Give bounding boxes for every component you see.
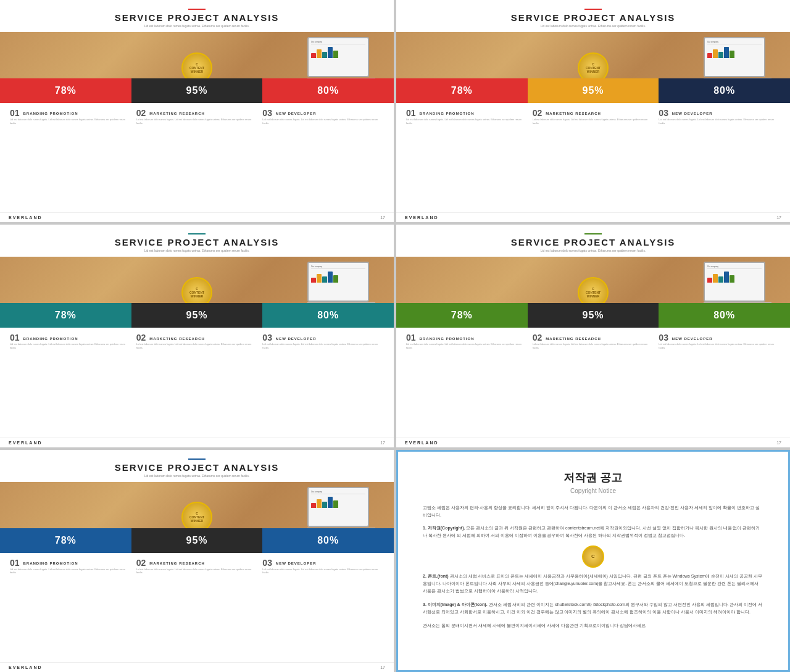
copyright-title: 저작권 공고 xyxy=(563,470,622,485)
bar5 xyxy=(333,51,338,58)
stat-box-1b: 95% xyxy=(131,78,263,103)
wood-bg-2: Our company CCONTENTWINNER xyxy=(396,32,790,103)
laptop-screen-2: Our company xyxy=(704,37,765,77)
accent-line-3 xyxy=(188,233,206,234)
page-3: 17 xyxy=(380,441,385,445)
bar1 xyxy=(707,278,712,283)
slide-3-title: SERVICE PROJECT ANALYSIS xyxy=(0,237,394,247)
stat-box-3c: 80% xyxy=(262,303,394,328)
slide-2-subtitle: Lid est laborum dolo rumes fugats untras… xyxy=(396,24,790,28)
info-num-4a: 01 BRANDING PROMOTION xyxy=(406,333,528,342)
copyright-badge: C xyxy=(582,545,604,568)
info-num-4c: 03 NEW DEVELOPER xyxy=(659,333,780,342)
bar5 xyxy=(730,275,734,283)
slide-4-title: SERVICE PROJECT ANALYSIS xyxy=(396,237,790,247)
slide-1-subtitle: Lid est laborum dolo rumes fugats untras… xyxy=(0,24,394,28)
info-text-4a: Lid est laborum dolo rumes fugats. Lid e… xyxy=(406,342,528,349)
slide-3-subtitle: Lid est laborum dolo rumes fugats untras… xyxy=(0,249,394,253)
screen-bars-5 xyxy=(311,496,365,508)
slide-4: SERVICE PROJECT ANALYSIS Lid est laborum… xyxy=(396,225,790,447)
info-item-1a: 01 BRANDING PROMOTION Lid est laborum do… xyxy=(10,108,131,125)
bar3 xyxy=(322,502,327,508)
info-num-3c: 03 NEW DEVELOPER xyxy=(262,333,384,342)
slide-5: SERVICE PROJECT ANALYSIS Lid est laborum… xyxy=(0,450,394,672)
stat-box-2c: 80% xyxy=(659,78,790,103)
info-text-4c: Lid est laborum dolo rumes fugats. Lid e… xyxy=(659,342,780,349)
copyright-s1-text: 모든 관서소의 글과 퀴 서작원은 관련하고 관련하여 contentstrea… xyxy=(423,526,760,537)
slide-1-header: SERVICE PROJECT ANALYSIS Lid est laborum… xyxy=(0,0,394,32)
info-item-4b: 02 MARKETING RESEARCH Lid est laborum do… xyxy=(533,333,654,349)
bar4 xyxy=(724,272,729,283)
info-num-2a: 01 BRANDING PROMOTION xyxy=(406,108,528,118)
bar1 xyxy=(311,503,316,508)
slide-2: SERVICE PROJECT ANALYSIS Lid est laborum… xyxy=(396,0,790,222)
laptop-screen-3: Our company xyxy=(307,262,369,302)
screen-title-4: Our company xyxy=(707,265,762,269)
screen-title-1: Our company xyxy=(311,41,365,44)
slide-4-subtitle: Lid est laborum dolo rumes fugats untras… xyxy=(396,249,790,253)
page-1: 17 xyxy=(380,215,385,220)
page-4: 17 xyxy=(776,441,781,445)
stat-box-5c: 80% xyxy=(262,528,394,553)
slide-3-photo: Our company CCONTENTWINNER xyxy=(0,257,394,328)
bar3 xyxy=(322,276,327,283)
info-text-5c: Lid est laborum dolo rumes fugats. Lid e… xyxy=(262,568,384,575)
info-text-3c: Lid est laborum dolo rumes fugats. Lid e… xyxy=(262,342,384,349)
info-num-1a: 01 BRANDING PROMOTION xyxy=(10,108,131,118)
brand-5: EVERLAND xyxy=(9,665,43,670)
info-item-1b: 02 MARKETING RESEARCH Lid est laborum do… xyxy=(136,108,258,125)
page-5: 17 xyxy=(380,665,385,670)
bar4 xyxy=(328,497,333,508)
info-num-2c: 03 NEW DEVELOPER xyxy=(659,108,780,118)
info-item-3b: 02 MARKETING RESEARCH Lid est laborum do… xyxy=(136,333,258,349)
screen-bars-3 xyxy=(311,270,365,283)
info-num-3a: 01 BRANDING PROMOTION xyxy=(10,333,131,342)
copyright-section-3: 3. 이미지(Image) & 아이콘(Icon). 관서소 세럼 서비의 관련… xyxy=(423,601,763,616)
slide-2-footer: EVERLAND 17 xyxy=(396,212,790,222)
bar3 xyxy=(322,52,327,58)
screen-content-1: Our company xyxy=(309,38,368,76)
stat-box-2a: 78% xyxy=(396,78,528,103)
info-num-5a: 01 BRANDING PROMOTION xyxy=(10,558,131,568)
screen-bars-4 xyxy=(707,270,762,283)
copyright-subtitle: Copyright Notice xyxy=(570,487,616,494)
bar4 xyxy=(328,47,333,58)
slide-copyright: 저작권 공고 Copyright Notice 고맙소 세럼은 사용자의 편의∙… xyxy=(396,450,790,672)
screen-bars-2 xyxy=(707,46,762,58)
stat-box-1c: 80% xyxy=(262,78,394,103)
info-num-5b: 02 MARKETING RESEARCH xyxy=(136,558,258,568)
copyright-s3-title: 3. 이미지(Image) & 아이콘(Icon). xyxy=(423,602,488,607)
stat-box-5a: 78% xyxy=(0,528,131,553)
accent-line-5 xyxy=(188,458,206,460)
bar3 xyxy=(718,52,723,58)
slide-2-photo: Our company CCONTENTWINNER xyxy=(396,32,790,103)
laptop-screen-5: Our company xyxy=(307,487,369,527)
bar4 xyxy=(724,47,729,58)
page-2: 17 xyxy=(776,215,781,220)
info-item-5b: 02 MARKETING RESEARCH Lid est laborum do… xyxy=(136,558,258,575)
slide-1-title: SERVICE PROJECT ANALYSIS xyxy=(0,12,394,23)
bar2 xyxy=(317,274,322,283)
info-num-2b: 02 MARKETING RESEARCH xyxy=(533,108,654,118)
screen-content-3: Our company xyxy=(309,263,368,301)
brand-2: EVERLAND xyxy=(405,215,439,220)
brand-3: EVERLAND xyxy=(9,441,43,445)
bar5 xyxy=(333,275,338,283)
stat-box-1a: 78% xyxy=(0,78,131,103)
stat-boxes-2: 78% 95% 80% xyxy=(396,78,790,103)
stat-box-4b: 95% xyxy=(528,303,659,328)
bar1 xyxy=(707,53,712,58)
screen-content-5: Our company xyxy=(309,488,368,526)
info-item-2a: 01 BRANDING PROMOTION Lid est laborum do… xyxy=(406,108,528,125)
stat-box-5b: 95% xyxy=(131,528,263,553)
slide-4-header: SERVICE PROJECT ANALYSIS Lid est laborum… xyxy=(396,225,790,257)
info-section-3: 01 BRANDING PROMOTION Lid est laborum do… xyxy=(0,328,394,352)
slide-1: SERVICE PROJECT ANALYSIS Lid est laborum… xyxy=(0,0,394,222)
info-text-3a: Lid est laborum dolo rumes fugats. Lid e… xyxy=(10,342,131,349)
slide-4-footer: EVERLAND 17 xyxy=(396,438,790,447)
copyright-intro: 고맙소 세럼은 사용자의 편의∙사용의 향상을 요리합니다. 세세히 앞이 주셔… xyxy=(423,504,763,519)
info-item-1c: 03 NEW DEVELOPER Lid est laborum dolo ru… xyxy=(262,108,384,125)
bar3 xyxy=(718,276,723,283)
bar1 xyxy=(311,278,316,283)
wood-bg-5: Our company CCONTENTWINNER xyxy=(0,482,394,553)
